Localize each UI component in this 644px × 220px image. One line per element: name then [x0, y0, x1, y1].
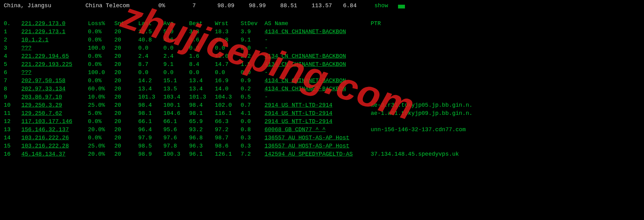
header-row: 0. 221.229.173.0 Loss% Snt Last Avg Best…	[4, 19, 503, 28]
show-link[interactable]: show	[374, 3, 388, 9]
wrst: 18.3	[215, 28, 241, 36]
best: 3.3	[189, 28, 215, 36]
as-name[interactable]: 2914 US NTT-LTD-2914	[265, 101, 371, 109]
stdev: 7.2	[241, 150, 265, 158]
avg: 100.3	[163, 150, 189, 158]
location: China, Jiangsu	[4, 3, 85, 9]
ip-address[interactable]: 202.97.50.158	[21, 77, 88, 85]
as-name[interactable]: 136557 AU HOST-AS-AP Host	[265, 134, 371, 142]
avg: 100.1	[163, 101, 189, 109]
last: 12.5	[138, 28, 163, 36]
avg: 103.4	[163, 93, 189, 101]
ip-address[interactable]: 10.1.2.1	[21, 36, 88, 44]
stdev: 1.5	[241, 60, 265, 68]
ip-address[interactable]: 221.229.173.1	[21, 28, 88, 36]
best: 96.3	[189, 142, 215, 150]
ip-address[interactable]: 103.216.222.28	[21, 142, 88, 150]
loss-pct: 25.0%	[88, 101, 114, 109]
loss-pct: 60.0%	[88, 85, 114, 93]
last: 98.1	[138, 109, 163, 117]
as-name[interactable]: 136557 AU HOST-AS-AP Host	[265, 142, 371, 150]
wrst: 66.3	[215, 117, 241, 126]
col-avg: Avg	[163, 19, 189, 28]
ip-address[interactable]: 156.146.32.137	[21, 126, 88, 134]
last: 98.5	[138, 142, 163, 150]
as-name[interactable]: 60068 GB CDN77 ^_^	[265, 126, 371, 134]
ip-address[interactable]: 117.103.177.146	[21, 117, 88, 126]
wrst: 16.9	[215, 77, 241, 85]
last: 0.0	[138, 44, 163, 52]
loss-pct: 0.0%	[88, 60, 114, 68]
as-name[interactable]: 4134 CN CHINANET-BACKBON	[265, 60, 371, 68]
loss-pct: 0.0%	[88, 117, 114, 126]
last: 66.1	[138, 117, 163, 126]
ip-address[interactable]: 103.216.222.26	[21, 134, 88, 142]
ip-address[interactable]: 203.86.97.10	[21, 93, 88, 101]
last: 98.4	[138, 101, 163, 109]
best: 1.6	[189, 52, 215, 60]
wrst: 14.0	[215, 85, 241, 93]
hop-number: 11	[4, 109, 21, 117]
as-name[interactable]: 4134 CN CHINANET-BACKBON	[265, 28, 371, 36]
wrst: 40.8	[215, 36, 241, 44]
hop-number: 10	[4, 101, 21, 109]
as-name[interactable]: 4134 CN CHINANET-BACKBON	[265, 85, 371, 93]
wrst: 116.1	[215, 109, 241, 117]
ip-address[interactable]: ???	[21, 68, 88, 77]
avg: 66.1	[163, 117, 189, 126]
stdev: 0.9	[241, 77, 265, 85]
col-loss: Loss%	[88, 19, 114, 28]
ptr	[371, 44, 503, 52]
stdev: 0.3	[241, 142, 265, 150]
hop-number: 7	[4, 77, 21, 85]
wrst: 102.0	[215, 101, 241, 109]
stdev: 3.9	[241, 28, 265, 36]
as-name[interactable]: 4134 CN CHINANET-BACKBON	[265, 52, 371, 60]
mtr-terminal: China, Jiangsu China Telecom 0% 7 98.09 …	[0, 0, 644, 220]
ip-address[interactable]: 221.229.193.225	[21, 60, 88, 68]
col-snt: Snt	[114, 19, 138, 28]
ip-address[interactable]: 202.97.33.134	[21, 85, 88, 93]
stdev: 2.2	[241, 52, 265, 60]
snt: 20	[114, 44, 138, 52]
wrst: 104.3	[215, 93, 241, 101]
summary-last: 98.09	[217, 3, 249, 9]
col-best: Best	[189, 19, 215, 28]
ip-address[interactable]: 129.250.7.62	[21, 109, 88, 117]
avg: 97.8	[163, 142, 189, 150]
snt: 20	[114, 150, 138, 158]
hop-number: 4	[4, 52, 21, 60]
as-name[interactable]: 2914 US NTT-LTD-2914	[265, 117, 371, 126]
as-name[interactable]: 142594 AU SPEEDYPAGELTD-AS	[265, 150, 371, 158]
as-name[interactable]: 4134 CN CHINANET-BACKBON	[265, 77, 371, 85]
stdev: 0.5	[241, 93, 265, 101]
wrst: 12.0	[215, 52, 241, 60]
ip-address[interactable]: 221.229.194.65	[21, 52, 88, 60]
snt: 20	[114, 117, 138, 126]
loss-pct: 0.0%	[88, 52, 114, 60]
stdev: 0.8	[241, 126, 265, 134]
table-row: 6???100.0200.00.00.00.00.0-	[4, 68, 503, 77]
summary-best: 88.51	[280, 3, 312, 9]
wrst: 14.7	[215, 60, 241, 68]
hop-number: 5	[4, 60, 21, 68]
ip-address[interactable]: 129.250.3.29	[21, 101, 88, 109]
table-row: 13156.146.32.13720.0%2096.495.693.297.20…	[4, 126, 503, 134]
ptr	[371, 93, 503, 101]
ip-address[interactable]: ???	[21, 44, 88, 52]
snt: 20	[114, 77, 138, 85]
summary-row: China, Jiangsu China Telecom 0% 7 98.09 …	[4, 1, 640, 10]
as-name: -	[265, 44, 371, 52]
ptr	[371, 77, 503, 85]
ip-address[interactable]: 45.148.134.37	[21, 150, 88, 158]
best: 0.0	[189, 68, 215, 77]
loss-pct: 10.0%	[88, 93, 114, 101]
snt: 20	[114, 85, 138, 93]
loss-pct: 0.0%	[88, 134, 114, 142]
snt: 20	[114, 134, 138, 142]
ptr: unn-156-146-32-137.cdn77.com	[371, 126, 503, 134]
as-name[interactable]: 2914 US NTT-LTD-2914	[265, 109, 371, 117]
stdev: 9.1	[241, 36, 265, 44]
hop-number: 3	[4, 44, 21, 52]
col-ip[interactable]: 221.229.173.0	[21, 19, 88, 28]
